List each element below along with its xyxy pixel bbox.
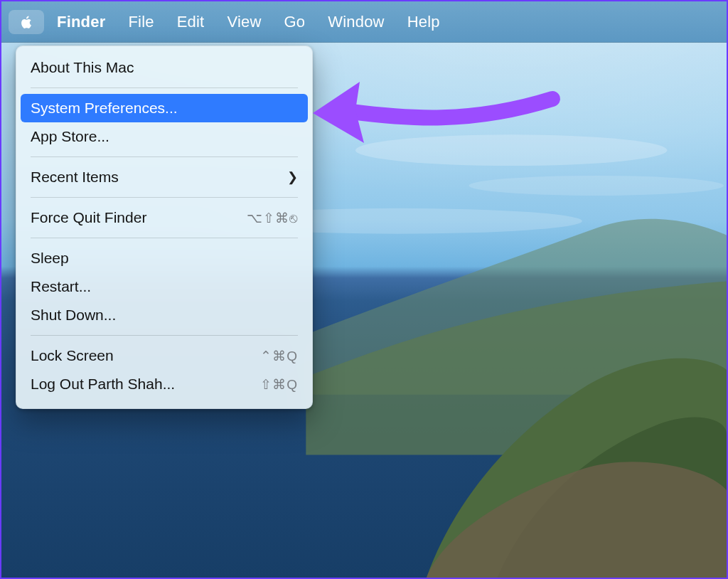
menu-item-label: Restart... [31,278,91,295]
menu-item-label: Force Quit Finder [31,209,146,226]
menu-item-app-store[interactable]: App Store... [16,122,312,151]
menu-item-label: About This Mac [31,59,134,76]
menubar-app-name[interactable]: Finder [47,9,115,36]
menu-item-log-out[interactable]: Log Out Parth Shah... ⇧⌘Q [16,370,312,398]
menu-separator [31,156,298,157]
chevron-right-icon: ❯ [287,169,298,185]
menu-item-label: Lock Screen [31,347,114,364]
menu-bar: Finder File Edit View Go Window Help [1,1,727,43]
apple-menu-dropdown: About This Mac System Preferences... App… [16,46,313,409]
menubar-item-file[interactable]: File [118,9,164,36]
menu-item-shortcut: ⌥⇧⌘⎋ [247,210,298,226]
menubar-item-go[interactable]: Go [274,9,316,36]
menu-separator [31,197,298,198]
menu-item-shortcut: ⇧⌘Q [260,376,298,393]
menubar-item-edit[interactable]: Edit [167,9,215,36]
menubar-item-help[interactable]: Help [397,9,450,36]
menubar-item-window[interactable]: Window [318,9,394,36]
menu-item-system-preferences[interactable]: System Preferences... [21,94,308,122]
menu-item-label: Recent Items [31,169,119,186]
menu-item-label: App Store... [31,128,109,145]
svg-point-2 [469,176,724,196]
menu-item-restart[interactable]: Restart... [16,272,312,301]
menu-item-label: System Preferences... [31,100,178,117]
apple-logo-icon [17,13,36,31]
menu-item-recent-items[interactable]: Recent Items ❯ [16,163,312,191]
menu-item-label: Log Out Parth Shah... [31,376,175,393]
menu-separator [31,87,298,88]
menu-item-shortcut: ⌃⌘Q [260,348,298,364]
apple-menu-button[interactable] [9,10,44,34]
menu-item-force-quit[interactable]: Force Quit Finder ⌥⇧⌘⎋ [16,203,312,232]
menu-separator [31,335,298,336]
menu-item-about-this-mac[interactable]: About This Mac [16,53,312,82]
menu-item-lock-screen[interactable]: Lock Screen ⌃⌘Q [16,341,312,370]
menu-item-label: Shut Down... [31,307,116,324]
svg-point-0 [355,134,667,166]
menu-item-shut-down[interactable]: Shut Down... [16,301,312,329]
menu-item-sleep[interactable]: Sleep [16,244,312,272]
menu-item-label: Sleep [31,250,69,267]
menubar-item-view[interactable]: View [217,9,271,36]
menu-separator [31,238,298,238]
